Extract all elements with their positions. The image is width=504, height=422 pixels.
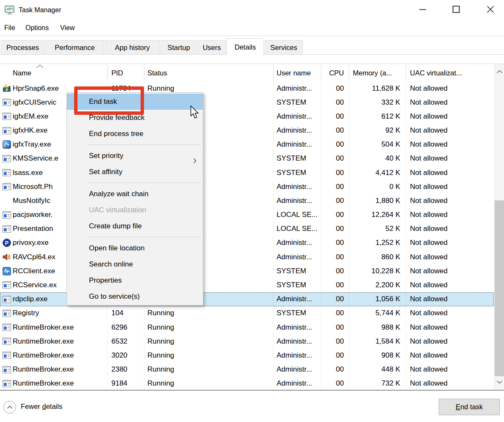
cell-user: Administr... bbox=[273, 239, 321, 247]
scrollbar-thumb[interactable] bbox=[495, 200, 504, 376]
menu-item-search-online[interactable]: Search online bbox=[67, 256, 203, 272]
cell-status: Running bbox=[144, 323, 273, 332]
end-task-button[interactable]: End task bbox=[439, 399, 500, 415]
intel-gfx-tray-icon bbox=[3, 140, 11, 149]
process-row[interactable]: RuntimeBroker.exe6296RunningAdministr...… bbox=[0, 320, 494, 334]
column-header-pid[interactable]: PID bbox=[107, 64, 144, 81]
tab-services[interactable]: Services bbox=[265, 40, 303, 55]
tab-processes[interactable]: Processes bbox=[1, 40, 44, 55]
tab-startup[interactable]: Startup bbox=[161, 40, 197, 55]
scroll-down-icon[interactable] bbox=[496, 380, 503, 384]
menu-item-set-priority[interactable]: Set priority bbox=[67, 148, 203, 164]
cell-uac: Not allowed bbox=[406, 126, 494, 135]
column-header-status[interactable]: Status bbox=[144, 64, 273, 81]
cell-memory: 1,880 K bbox=[349, 197, 406, 205]
cell-user: SYSTEM bbox=[273, 154, 321, 163]
cell-memory: 448 K bbox=[349, 365, 406, 374]
cell-name: RuntimeBroker.exe bbox=[0, 320, 107, 334]
fewer-details-toggle[interactable]: Fewer details bbox=[21, 403, 62, 411]
scroll-up-icon[interactable] bbox=[496, 70, 503, 74]
cell-uac: Not allowed bbox=[406, 98, 494, 107]
cell-uac: Not allowed bbox=[406, 169, 494, 177]
task-manager-app-icon bbox=[4, 5, 15, 17]
cell-memory: 504 K bbox=[349, 140, 406, 149]
cell-uac: Not allowed bbox=[406, 154, 494, 163]
cell-uac: Not allowed bbox=[406, 253, 494, 261]
titlebar: Task Manager bbox=[0, 0, 504, 20]
cell-pid: 6532 bbox=[107, 337, 144, 346]
vertical-scrollbar[interactable] bbox=[494, 64, 504, 390]
cell-memory: 732 K bbox=[349, 379, 406, 388]
menu-item-uac-virtualization[interactable]: UAC virtualization bbox=[67, 202, 203, 218]
cell-uac: Not allowed bbox=[406, 267, 494, 275]
menu-view[interactable]: View bbox=[60, 20, 75, 36]
app-window-icon bbox=[3, 112, 11, 121]
cell-cpu: 00 bbox=[321, 225, 349, 233]
menu-item-open-file-location[interactable]: Open file location bbox=[67, 240, 203, 256]
cell-user: Administr... bbox=[273, 351, 321, 360]
collapse-details-icon[interactable] bbox=[3, 401, 16, 414]
minimize-button[interactable] bbox=[418, 5, 427, 14]
menu-item-create-dump-file[interactable]: Create dump file bbox=[67, 218, 203, 234]
process-row[interactable]: RuntimeBroker.exe9184RunningAdministr...… bbox=[0, 377, 494, 391]
cell-user: Administr... bbox=[273, 183, 321, 191]
column-header-name[interactable]: Name bbox=[0, 64, 107, 81]
tab-users[interactable]: Users bbox=[198, 40, 226, 55]
app-window-icon bbox=[3, 295, 11, 303]
tab-app-history[interactable]: App history bbox=[105, 40, 160, 55]
menu-item-go-to-service-s-[interactable]: Go to service(s) bbox=[67, 289, 203, 305]
cell-memory: 5,744 K bbox=[349, 309, 406, 317]
cell-cpu: 00 bbox=[321, 197, 349, 205]
cell-uac: Not allowed bbox=[406, 323, 494, 332]
cell-pid: 9184 bbox=[107, 379, 144, 388]
cell-user: Administr... bbox=[273, 197, 321, 205]
menu-file[interactable]: File bbox=[4, 20, 15, 36]
cell-pid: 6296 bbox=[107, 323, 144, 332]
footer: Fewer details End task bbox=[0, 391, 504, 422]
cell-name: RuntimeBroker.exe bbox=[0, 334, 107, 348]
column-header-memory[interactable]: Memory (a... bbox=[349, 64, 406, 81]
column-header-user[interactable]: User name bbox=[273, 64, 321, 81]
cell-memory: 92 K bbox=[349, 126, 406, 135]
column-header-cpu[interactable]: CPU bbox=[321, 64, 349, 81]
process-row[interactable]: RuntimeBroker.exe2380RunningAdministr...… bbox=[0, 362, 494, 376]
close-button[interactable] bbox=[486, 5, 495, 14]
cell-cpu: 00 bbox=[321, 239, 349, 247]
cell-cpu: 00 bbox=[321, 126, 349, 135]
cell-user: SYSTEM bbox=[273, 98, 321, 107]
cell-user: LOCAL SE... bbox=[273, 211, 321, 219]
cell-memory: 12,264 K bbox=[349, 211, 406, 219]
tab-details[interactable]: Details bbox=[227, 38, 264, 56]
cell-uac: Not allowed bbox=[406, 337, 494, 346]
process-row[interactable]: RuntimeBroker.exe6532RunningAdministr...… bbox=[0, 334, 494, 348]
cell-uac: Not allowed bbox=[406, 225, 494, 233]
cell-cpu: 00 bbox=[321, 98, 349, 107]
cell-cpu: 00 bbox=[321, 267, 349, 275]
menu-item-analyze-wait-chain[interactable]: Analyze wait chain bbox=[67, 186, 203, 202]
menu-item-properties[interactable]: Properties bbox=[67, 272, 203, 289]
cell-user: SYSTEM bbox=[273, 309, 321, 317]
cell-pid: 104 bbox=[107, 309, 144, 317]
cell-uac: Not allowed bbox=[406, 379, 494, 388]
cell-cpu: 00 bbox=[321, 154, 349, 163]
cell-user: SYSTEM bbox=[273, 281, 321, 289]
cell-cpu: 00 bbox=[321, 337, 349, 346]
cell-uac: Not allowed bbox=[406, 140, 494, 149]
process-row[interactable]: Registry104RunningSYSTEM005,744 KNot all… bbox=[0, 306, 494, 320]
column-header-uac[interactable]: UAC virtualizat... bbox=[406, 64, 494, 81]
cell-uac: Not allowed bbox=[406, 365, 494, 374]
cell-uac: Not allowed bbox=[406, 281, 494, 289]
table-header: NamePIDStatusUser nameCPUMemory (a...UAC… bbox=[0, 64, 494, 81]
cell-memory: 11,628 K bbox=[349, 84, 406, 93]
cell-name: RuntimeBroker.exe bbox=[0, 348, 107, 362]
menu-item-set-affinity[interactable]: Set affinity bbox=[67, 164, 203, 180]
cell-cpu: 00 bbox=[321, 253, 349, 261]
maximize-button[interactable] bbox=[452, 5, 460, 14]
cell-cpu: 00 bbox=[321, 379, 349, 388]
app-window-icon bbox=[3, 169, 11, 177]
cell-cpu: 00 bbox=[321, 140, 349, 149]
menu-item-end-process-tree[interactable]: End process tree bbox=[67, 126, 203, 142]
tab-performance[interactable]: Performance bbox=[45, 40, 104, 55]
menu-options[interactable]: Options bbox=[25, 20, 49, 36]
process-row[interactable]: RuntimeBroker.exe3020RunningAdministr...… bbox=[0, 348, 494, 362]
